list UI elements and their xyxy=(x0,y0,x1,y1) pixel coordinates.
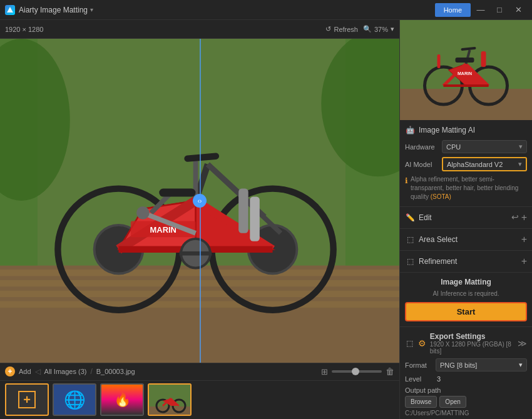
delete-icon[interactable]: 🗑 xyxy=(386,366,394,376)
svg-rect-54 xyxy=(437,54,441,68)
maximize-button[interactable]: □ xyxy=(491,3,508,17)
refinement-add-icon[interactable]: + xyxy=(521,256,527,267)
open-button[interactable]: Open xyxy=(439,396,466,408)
area-select-add-icon[interactable]: + xyxy=(521,234,527,245)
ai-section: 🤖 Image Matting AI Hardware CPU ▾ AI Mod… xyxy=(400,120,532,207)
hardware-label: Hardware xyxy=(405,143,439,151)
add-button[interactable]: Add xyxy=(19,368,31,375)
title-bar: Aiarty Image Matting ▾ Home — □ ✕ xyxy=(0,0,532,20)
refinement-section: ⬚ Refinement + xyxy=(400,251,532,273)
edit-undo-icon[interactable]: ↩ xyxy=(511,212,519,223)
ai-model-row: AI Model AlphaStandard V2 ▾ xyxy=(405,157,527,171)
zoom-control[interactable]: 🔍 37% ▾ xyxy=(363,25,394,33)
slider-thumb xyxy=(352,368,359,375)
thumbnail-bike[interactable] xyxy=(148,383,192,416)
format-label: Format xyxy=(405,361,433,369)
sota-label: (SOTA) xyxy=(431,193,451,200)
canvas-area: 1920 × 1280 ↺ Refresh 🔍 37% ▾ xyxy=(0,20,399,419)
ai-model-label: AI Model xyxy=(405,161,439,168)
export-title-row: ⬚ ⚙ Export Settings 1920 X 1280 PNG (RGB… xyxy=(405,332,518,355)
app-dropdown-arrow[interactable]: ▾ xyxy=(90,6,93,13)
ai-model-select[interactable]: AlphaStandard V2 ▾ xyxy=(442,157,527,171)
separator-1: ◁ xyxy=(35,367,41,376)
window-controls: Home — □ ✕ xyxy=(435,3,527,17)
main-content: 1920 × 1280 ↺ Refresh 🔍 37% ▾ xyxy=(0,20,532,419)
svg-rect-52 xyxy=(456,58,474,63)
preview-area: MARIN xyxy=(400,20,532,120)
level-value: 3 xyxy=(437,375,441,383)
svg-rect-32 xyxy=(250,197,260,241)
area-select-section: ⬚ Area Select + xyxy=(400,229,532,251)
app-icon xyxy=(5,5,15,15)
bottom-toolbar: + Add ◁ All Images (3) / B_00003.jpg ⊞ 🗑 xyxy=(0,363,399,381)
gear-icon: ⚙ xyxy=(418,338,426,348)
output-path-value: C:/Users/PC/MATTING xyxy=(405,410,527,416)
inference-notice: AI Inference is required. xyxy=(405,290,527,297)
image-size-label: 1920 × 1280 xyxy=(5,26,43,33)
svg-rect-43 xyxy=(400,89,532,120)
svg-rect-4 xyxy=(0,280,399,286)
svg-marker-0 xyxy=(7,7,13,13)
ai-section-header: 🤖 Image Matting AI xyxy=(405,125,527,135)
level-row: Level 3 xyxy=(405,375,527,383)
matting-section: Image Matting AI Inference is required. … xyxy=(400,273,532,327)
format-select[interactable]: PNG [8 bits] ▾ xyxy=(436,358,527,371)
thumbnails-strip: + 🌐 🔥 xyxy=(0,381,399,419)
edit-section-header[interactable]: ✏️ Edit ↩ + xyxy=(400,207,532,228)
edit-add-icon[interactable]: + xyxy=(521,212,527,223)
area-select-icon: ⬚ xyxy=(405,235,415,245)
hardware-row: Hardware CPU ▾ xyxy=(405,140,527,153)
svg-rect-6 xyxy=(0,301,399,308)
globe-icon: 🌐 xyxy=(54,385,95,415)
area-select-header[interactable]: ⬚ Area Select + xyxy=(400,229,532,250)
svg-text:MARIN: MARIN xyxy=(458,71,472,76)
zoom-dropdown-icon: ▾ xyxy=(391,25,394,33)
svg-line-22 xyxy=(188,156,216,159)
grid-icon: ⊞ xyxy=(321,367,328,376)
export-section: ⬚ ⚙ Export Settings 1920 X 1280 PNG (RGB… xyxy=(400,327,532,419)
model-dropdown-icon: ▾ xyxy=(518,160,522,168)
format-dropdown-icon: ▾ xyxy=(519,361,523,369)
refresh-button[interactable]: ↺ Refresh xyxy=(325,25,358,33)
add-circle-icon: + xyxy=(5,366,15,376)
export-header: ⬚ ⚙ Export Settings 1920 X 1280 PNG (RGB… xyxy=(405,332,527,355)
ai-section-title: Image Matting AI xyxy=(419,126,475,134)
svg-rect-55 xyxy=(481,51,486,67)
thumbnail-fire[interactable]: 🔥 xyxy=(100,383,144,416)
bottom-strip: + Add ◁ All Images (3) / B_00003.jpg ⊞ 🗑 xyxy=(0,363,399,419)
info-icon: ℹ xyxy=(405,176,408,186)
output-path-controls: Browse Open xyxy=(405,396,527,408)
all-images-label: All Images (3) xyxy=(44,368,87,375)
level-label: Level xyxy=(405,375,433,383)
ai-description: ℹ Alpha refinement, better semi-transpar… xyxy=(405,175,527,201)
export-icon: ⬚ xyxy=(405,338,414,348)
home-tab[interactable]: Home xyxy=(435,3,471,17)
output-path-label: Output path xyxy=(405,386,527,394)
add-thumbnail[interactable]: + xyxy=(5,383,49,416)
fire-icon: 🔥 xyxy=(101,385,143,415)
hardware-dropdown-icon: ▾ xyxy=(519,143,523,151)
refinement-title: Refinement xyxy=(419,257,518,266)
browse-button[interactable]: Browse xyxy=(405,396,437,408)
expand-icon[interactable]: ≫ xyxy=(518,338,527,348)
canvas-view: MARIN xyxy=(0,39,399,363)
edit-actions: ↩ + xyxy=(511,212,527,223)
add-plus-icon: + xyxy=(18,391,36,408)
start-button[interactable]: Start xyxy=(405,302,527,321)
split-handle[interactable] xyxy=(193,194,207,208)
refinement-icon: ⬚ xyxy=(405,256,415,266)
thumbnail-zoom-slider[interactable] xyxy=(332,370,382,373)
hardware-select[interactable]: CPU ▾ xyxy=(442,140,527,153)
edit-section: ✏️ Edit ↩ + xyxy=(400,207,532,229)
canvas-toolbar: 1920 × 1280 ↺ Refresh 🔍 37% ▾ xyxy=(0,20,399,39)
svg-rect-24 xyxy=(159,189,195,197)
output-path-row: Output path Browse Open C:/Users/PC/MATT… xyxy=(405,386,527,416)
refinement-header[interactable]: ⬚ Refinement + xyxy=(400,251,532,272)
close-button[interactable]: ✕ xyxy=(509,3,527,17)
svg-rect-5 xyxy=(0,291,399,297)
minimize-button[interactable]: — xyxy=(472,3,489,17)
export-settings-title: Export Settings xyxy=(430,332,518,341)
thumbnail-globe[interactable]: 🌐 xyxy=(53,383,96,416)
app-title: Aiarty Image Matting xyxy=(19,6,88,14)
export-subtitle: 1920 X 1280 PNG (RGBA) [8 bits] xyxy=(430,341,518,355)
